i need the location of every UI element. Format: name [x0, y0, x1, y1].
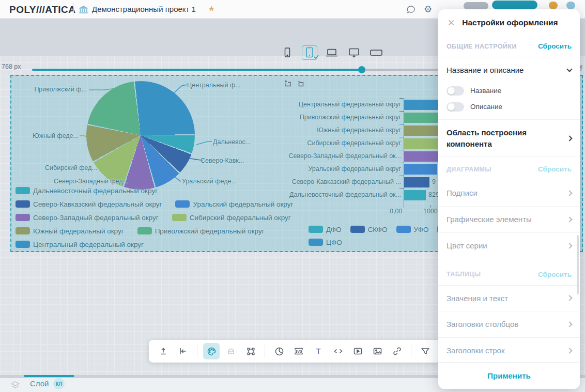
- bar-y-axis: [404, 99, 404, 205]
- legend-label: Дальневосточный федеральный округ: [33, 187, 158, 195]
- bar-value-label: 9: [432, 178, 436, 185]
- code-icon[interactable]: [330, 343, 346, 359]
- video-icon[interactable]: [349, 343, 366, 359]
- bar-rect[interactable]: [404, 190, 426, 200]
- svg-icon[interactable]: SVG: [290, 343, 307, 359]
- row-column-headers[interactable]: Заголовки столбцов: [438, 311, 580, 338]
- bar-category-label: Уральский федеральный округ: [246, 165, 401, 173]
- chevron-right-icon: [566, 190, 572, 196]
- chevron-right-icon: [566, 135, 572, 141]
- legend-swatch: [396, 226, 411, 233]
- tab-layer[interactable]: Слой: [30, 379, 49, 388]
- bar-category-label: Северо-Кавказский федеральный ...: [246, 178, 401, 185]
- project-title[interactable]: Демонстрационный проект 1: [92, 5, 196, 13]
- legend-label: Северо-Западный федеральный округ: [33, 214, 159, 222]
- bar-legend-item[interactable]: ДФО: [309, 226, 342, 233]
- pie-chart-icon[interactable]: [271, 343, 287, 359]
- pie-legend-item[interactable]: Северо-Кавказский федеральный округ: [16, 200, 162, 208]
- bar-legend-item[interactable]: ЦФО: [309, 239, 342, 246]
- image-icon[interactable]: [369, 343, 386, 359]
- pie-legend-item[interactable]: Южный федеральный округ: [16, 227, 124, 234]
- bar-rect[interactable]: [404, 177, 429, 187]
- apply-button[interactable]: Применить: [487, 371, 530, 380]
- device-phone[interactable]: [280, 45, 295, 60]
- hidden-avatar-blue[interactable]: [566, 2, 575, 9]
- legend-swatch: [175, 200, 190, 208]
- legend-swatch: [350, 226, 365, 233]
- toggle-row-name[interactable]: Название: [438, 83, 580, 99]
- toggle-row-description[interactable]: Описание: [438, 99, 580, 115]
- svg-text:SVG: SVG: [295, 350, 302, 353]
- legend-swatch: [16, 241, 30, 248]
- text-icon[interactable]: T: [310, 343, 327, 359]
- device-tablet[interactable]: [302, 45, 317, 60]
- upload-icon[interactable]: [155, 343, 172, 359]
- legend-label: Южный федеральный округ: [33, 227, 124, 235]
- device-selector: [280, 45, 384, 60]
- pie-legend-item[interactable]: Приволжский федеральный округ: [137, 227, 265, 234]
- hidden-gray-button[interactable]: [464, 2, 488, 10]
- toolbar-divider: [411, 344, 411, 358]
- panel-scrollbar[interactable]: [577, 235, 579, 294]
- panel-footer: Применить: [438, 362, 580, 389]
- description-toggle[interactable]: [447, 102, 464, 112]
- layers-icon[interactable]: [10, 381, 20, 389]
- device-laptop[interactable]: [324, 45, 340, 60]
- width-slider-thumb[interactable]: [358, 66, 365, 73]
- row-values-text[interactable]: Значения и текст: [438, 286, 580, 312]
- link-icon[interactable]: [389, 343, 405, 359]
- favorite-star-icon[interactable]: ★: [208, 4, 215, 13]
- bar-x-tick-label: 0,00: [390, 208, 402, 215]
- legend-swatch: [172, 214, 187, 221]
- device-monitor[interactable]: [346, 45, 362, 60]
- legend-label: Центральный федеральный округ: [33, 241, 144, 248]
- legend-label: ДФО: [326, 226, 342, 233]
- legend-swatch: [16, 214, 30, 221]
- tables-reset-button[interactable]: Сбросить: [538, 271, 572, 278]
- collapse-left-icon[interactable]: [175, 343, 191, 359]
- bar-category-label: Северо-Западный федеральный ок...: [246, 152, 401, 160]
- pie-legend-item[interactable]: Дальневосточный федеральный округ: [16, 187, 158, 194]
- legend-label: Уральский федеральный округ: [193, 200, 293, 208]
- row-series-color[interactable]: Цвет серии: [438, 233, 580, 259]
- bar-legend-item[interactable]: УФО: [396, 226, 429, 233]
- device-widescreen[interactable]: [368, 45, 384, 60]
- duplicate-component-icon[interactable]: [283, 80, 292, 88]
- pie-legend-item[interactable]: Сибирский федеральный округ: [172, 214, 291, 221]
- app-logo: POLY///ATICA: [9, 4, 75, 15]
- hidden-avatar-yellow[interactable]: [549, 2, 558, 9]
- component-toolbar: SVGT: [149, 340, 441, 363]
- layer-badge: КЛ: [53, 378, 65, 389]
- filter-icon[interactable]: [417, 343, 434, 359]
- transform-icon[interactable]: [242, 343, 259, 359]
- chevron-down-icon: [566, 66, 572, 72]
- diagrams-reset-button[interactable]: Сбросить: [538, 165, 572, 173]
- close-icon[interactable]: ✕: [448, 19, 455, 27]
- gear-icon[interactable]: ⚙: [424, 4, 432, 15]
- palette-icon[interactable]: [203, 343, 220, 359]
- chat-icon[interactable]: [406, 5, 416, 14]
- bar-value-label: 829: [428, 191, 439, 198]
- bar-legend-item[interactable]: СКФО: [350, 226, 388, 233]
- hidden-teal-button[interactable]: [492, 1, 537, 9]
- legend-label: ЦФО: [326, 239, 342, 246]
- bar-category-label: Южный федеральный округ: [246, 127, 401, 134]
- name-toggle[interactable]: [447, 86, 464, 96]
- row-graphic-elements[interactable]: Графические элементы: [438, 207, 580, 233]
- row-labels[interactable]: Подписи: [438, 180, 580, 207]
- row-component-area[interactable]: Область построения компонента: [438, 119, 580, 158]
- history-undo-icon[interactable]: [297, 80, 306, 88]
- chevron-right-icon: [566, 321, 572, 327]
- row-row-headers[interactable]: Заголовки строк: [438, 338, 580, 364]
- pie-legend-item[interactable]: Уральский федеральный округ: [175, 200, 293, 208]
- general-reset-button[interactable]: Сбросить: [538, 42, 572, 50]
- active-tab-underline: [24, 375, 74, 377]
- section-general-heading: ОБЩИЕ НАСТРОЙКИ: [447, 43, 517, 50]
- section-general: ОБЩИЕ НАСТРОЙКИ Сбросить: [438, 34, 580, 57]
- row-name-description[interactable]: Название и описание: [438, 57, 580, 83]
- bar-rect[interactable]: [404, 151, 441, 162]
- pie-legend-item[interactable]: Центральный федеральный округ: [16, 241, 144, 248]
- pie-legend-item[interactable]: Северо-Западный федеральный округ: [16, 214, 159, 221]
- bar-rect[interactable]: [404, 164, 437, 175]
- tray-icon: [223, 343, 239, 359]
